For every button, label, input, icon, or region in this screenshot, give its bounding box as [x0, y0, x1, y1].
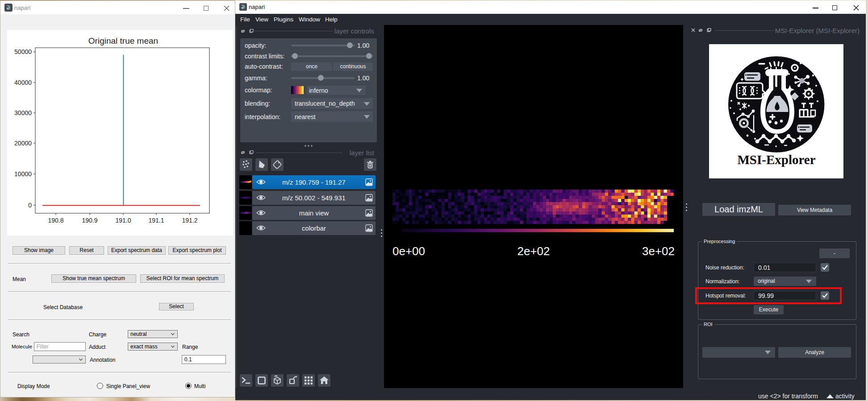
svg-text:0e+00: 0e+00: [392, 244, 425, 258]
svg-text:190.8: 190.8: [48, 217, 63, 224]
svg-text:50000: 50000: [14, 48, 32, 55]
svg-text:191.1: 191.1: [148, 217, 164, 224]
svg-text:3e+02: 3e+02: [642, 244, 675, 258]
svg-text:10000: 10000: [14, 170, 32, 178]
svg-text:191.2: 191.2: [182, 217, 197, 224]
svg-text:20000: 20000: [14, 140, 32, 147]
svg-text:2e+02: 2e+02: [517, 244, 550, 258]
svg-text:30000: 30000: [14, 109, 32, 116]
svg-text:190.9: 190.9: [82, 217, 97, 224]
svg-text:Original true mean: Original true mean: [88, 36, 158, 45]
svg-text:MSI-Explorer: MSI-Explorer: [737, 153, 815, 167]
svg-text:0: 0: [28, 202, 32, 209]
svg-text:40000: 40000: [14, 79, 32, 86]
svg-text:191.0: 191.0: [115, 217, 131, 224]
